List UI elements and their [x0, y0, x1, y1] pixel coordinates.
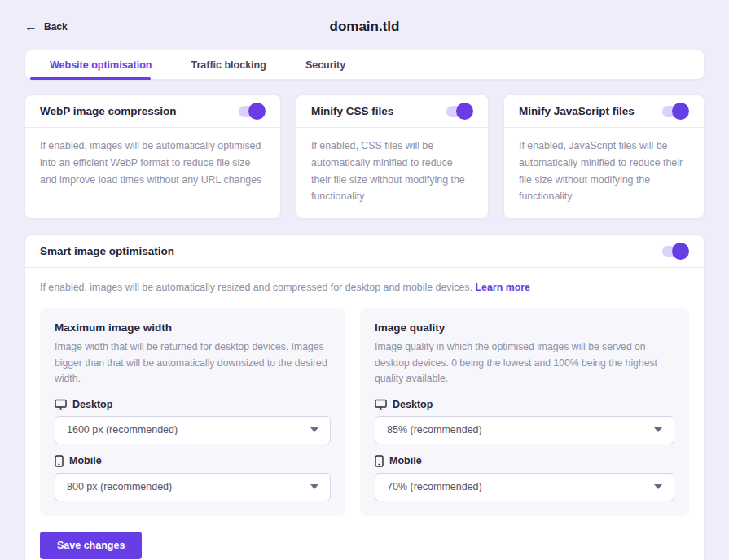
- chevron-down-icon: [310, 427, 318, 432]
- chevron-down-icon: [654, 427, 662, 432]
- desktop-icon: [375, 399, 387, 410]
- feature-cards-row: WebP image compression If enabled, image…: [24, 94, 705, 219]
- mobile-field-label: Mobile: [55, 455, 331, 467]
- mobile-icon: [375, 455, 384, 467]
- card-title: Minify CSS files: [311, 105, 393, 117]
- card-webp-compression: WebP image compression If enabled, image…: [24, 94, 281, 219]
- max-width-desktop-select[interactable]: 1600 px (recommended): [55, 416, 331, 444]
- smart-card-title: Smart image optimisation: [40, 245, 174, 257]
- card-title: WebP image compression: [40, 105, 177, 117]
- select-value: 70% (recommended): [387, 481, 482, 492]
- card-header: WebP image compression: [25, 95, 280, 128]
- active-tab-underline: [30, 77, 151, 80]
- webp-compression-toggle[interactable]: [239, 106, 263, 117]
- panel-description: Image width that will be returned for de…: [55, 339, 331, 387]
- card-description: If enabled, JavaScript files will be aut…: [504, 128, 704, 218]
- card-header: Minify CSS files: [296, 95, 488, 128]
- tab-traffic-blocking[interactable]: Traffic blocking: [171, 59, 285, 71]
- smart-image-optimisation-toggle[interactable]: [662, 246, 687, 257]
- panel-image-quality: Image quality Image quality in which the…: [360, 308, 689, 516]
- panel-maximum-image-width: Maximum image width Image width that wil…: [40, 308, 345, 516]
- card-minify-js: Minify JavaScript files If enabled, Java…: [503, 94, 705, 219]
- page-header: ← Back domain.tld: [24, 16, 705, 37]
- mobile-field-label: Mobile: [375, 455, 674, 467]
- toggle-knob: [672, 103, 689, 120]
- field-label-text: Mobile: [389, 455, 422, 466]
- card-description: If enabled, CSS files will be automatica…: [296, 128, 488, 218]
- quality-desktop-select[interactable]: 85% (recommended): [375, 416, 674, 444]
- select-value: 85% (recommended): [387, 424, 482, 435]
- save-changes-button[interactable]: Save changes: [40, 532, 142, 559]
- card-header: Minify JavaScript files: [504, 95, 704, 128]
- settings-panels: Maximum image width Image width that wil…: [40, 308, 689, 516]
- tab-security[interactable]: Security: [286, 59, 365, 71]
- quality-mobile-select[interactable]: 70% (recommended): [375, 473, 674, 501]
- chevron-down-icon: [310, 484, 318, 489]
- page-title: domain.tld: [24, 19, 705, 35]
- chevron-down-icon: [654, 484, 662, 489]
- panel-description: Image quality in which the optimised ima…: [375, 339, 674, 387]
- tab-website-optimisation[interactable]: Website optimisation: [30, 59, 171, 71]
- max-width-mobile-select[interactable]: 800 px (recommended): [55, 473, 331, 501]
- smart-card-description: If enabled, images will be automatically…: [40, 280, 689, 296]
- select-value: 800 px (recommended): [67, 481, 172, 492]
- panel-title: Maximum image width: [55, 322, 331, 334]
- card-smart-image-optimisation: Smart image optimisation If enabled, ima…: [24, 234, 705, 560]
- smart-card-body: If enabled, images will be automatically…: [25, 268, 704, 560]
- smart-card-header: Smart image optimisation: [25, 235, 704, 268]
- minify-js-toggle[interactable]: [662, 106, 687, 117]
- tab-bar: Website optimisation Traffic blocking Se…: [24, 50, 705, 80]
- desktop-field-label: Desktop: [375, 399, 674, 410]
- card-title: Minify JavaScript files: [519, 105, 635, 117]
- card-minify-css: Minify CSS files If enabled, CSS files w…: [296, 94, 489, 219]
- desktop-icon: [55, 399, 67, 410]
- field-label-text: Mobile: [69, 455, 102, 466]
- minify-css-toggle[interactable]: [446, 106, 471, 117]
- field-label-text: Desktop: [72, 399, 112, 410]
- toggle-knob: [248, 103, 266, 120]
- field-label-text: Desktop: [393, 399, 433, 410]
- learn-more-link[interactable]: Learn more: [475, 282, 529, 293]
- settings-page: ← Back domain.tld Website optimisation T…: [0, 0, 729, 560]
- mobile-icon: [55, 455, 64, 467]
- card-description: If enabled, images will be automatically…: [25, 128, 280, 201]
- desktop-field-label: Desktop: [55, 399, 331, 410]
- smart-card-description-text: If enabled, images will be automatically…: [40, 282, 472, 293]
- select-value: 1600 px (recommended): [67, 424, 178, 435]
- toggle-knob: [456, 103, 473, 120]
- panel-title: Image quality: [375, 322, 674, 334]
- toggle-knob: [672, 243, 689, 260]
